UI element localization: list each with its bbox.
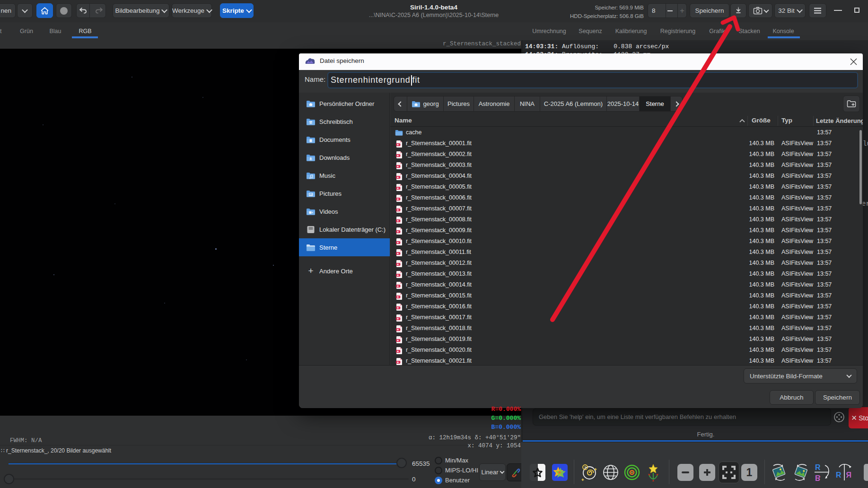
svg-text:R: R xyxy=(815,463,821,471)
svg-text:R: R xyxy=(836,471,842,479)
svg-text:R: R xyxy=(846,471,851,479)
svg-text:B: B xyxy=(815,474,821,482)
